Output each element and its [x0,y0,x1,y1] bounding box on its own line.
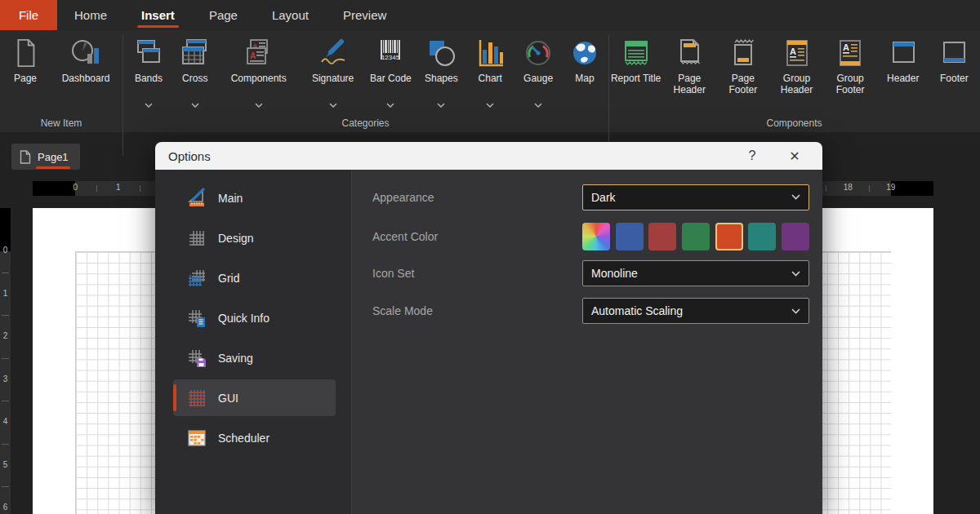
components-button[interactable]: AA Components [220,34,298,113]
swatch-red[interactable] [648,223,676,250]
appearance-select[interactable]: Dark [582,184,809,210]
ruler-number: 0 [64,183,87,192]
components-icon: AA [243,34,275,72]
barcode-icon: 12345 [374,34,407,72]
sidebar-item-main[interactable]: Main [173,179,336,216]
bar-code-button[interactable]: 12345 Bar Code [368,34,413,113]
sidebar-item-label: Quick Info [218,312,270,325]
options-dialog: Options ? ✕ Main Design [155,142,822,514]
dashboard-button[interactable]: Dashboard [51,34,121,113]
ribbon-group-label: Categories [122,117,608,129]
sidebar-item-grid[interactable]: Grid [173,259,336,296]
page-doc-icon [20,150,31,164]
group-footer-button[interactable]: A Group Footer [825,34,875,113]
swatch-blue[interactable] [616,223,644,250]
page-button[interactable]: Page [2,34,49,113]
signature-button-label: Signature [312,73,354,84]
icon-set-row: Icon Set Monoline [352,260,822,286]
appearance-row: Appearance Dark [352,184,822,210]
tab-preview[interactable]: Preview [326,0,403,30]
swatch-purple[interactable] [782,223,809,250]
tab-page[interactable]: Page [192,0,255,30]
chevron-down-icon[interactable] [437,96,445,111]
ruler-ticks [2,273,9,514]
chevron-down-icon[interactable] [386,96,394,111]
signature-icon [317,34,350,72]
page-footer-icon [727,34,760,72]
accent-color-swatches [582,223,809,250]
close-icon[interactable]: ✕ [773,142,816,170]
tab-file[interactable]: File [0,0,57,30]
chart-button[interactable]: Chart [469,34,511,113]
tab-insert[interactable]: Insert [124,0,192,30]
ribbon-separator [608,35,609,156]
swatch-rainbow[interactable] [582,223,610,250]
chevron-down-icon[interactable] [191,96,199,111]
grid-gray-icon [186,228,207,249]
scale-mode-select[interactable]: Automatic Scaling [582,298,809,324]
ruler-number: 19 [880,183,902,192]
report-title-button[interactable]: Report Title [611,34,662,113]
page-header-icon [673,34,706,72]
chevron-down-icon[interactable] [486,96,494,111]
swatch-orange-selected[interactable] [715,223,743,250]
dialog-title: Options [168,149,731,163]
page-footer-button[interactable]: Page Footer [718,34,768,113]
ribbon-group-components: Report Title Page Header Page Footer [608,30,980,132]
group-footer-icon: A [834,34,866,72]
bar-code-button-label: Bar Code [370,73,412,84]
header-button-label: Header [887,73,919,84]
chevron-down-icon[interactable] [329,96,337,111]
signature-button[interactable]: Signature [302,34,364,113]
gauge-icon [522,34,555,72]
sidebar-item-design[interactable]: Design [173,219,336,256]
group-footer-button-label: Group Footer [825,73,875,95]
footer-button[interactable]: Footer [930,34,978,113]
chevron-down-icon[interactable] [534,96,542,111]
bands-button[interactable]: Bands [127,34,171,113]
ruler-number: 0 [0,246,11,255]
scale-mode-label: Scale Mode [372,304,433,317]
swatch-teal[interactable] [748,223,776,250]
grid-blue-icon [186,268,207,289]
page-header-button-label: Page Header [663,73,715,95]
appearance-value: Dark [591,191,791,204]
swatch-green[interactable] [682,223,710,250]
svg-text:12345: 12345 [381,54,400,61]
dialog-titlebar: Options ? ✕ [155,142,822,170]
shapes-button[interactable]: Shapes [417,34,465,113]
help-button[interactable]: ? [731,142,773,170]
cross-icon [179,34,212,72]
dialog-content: Appearance Dark Accent Color [351,170,822,514]
cross-button[interactable]: Cross [175,34,216,113]
map-button[interactable]: Map [565,34,604,113]
ruler-number: 1 [0,289,11,298]
sidebar-item-label: Design [218,232,254,245]
chevron-down-icon [791,194,800,200]
sidebar-item-scheduler[interactable]: Scheduler [173,419,336,456]
chevron-down-icon[interactable] [255,96,263,111]
ribbon-group-new-item: Page Dashboard New Item [0,30,122,132]
tab-home[interactable]: Home [57,0,124,30]
dashboard-button-label: Dashboard [62,73,110,84]
dialog-sidebar: Main Design Grid [155,170,351,514]
chevron-down-icon[interactable] [145,96,153,111]
group-header-button[interactable]: A Group Header [771,34,823,113]
ribbon-separator [122,35,123,156]
tab-layout[interactable]: Layout [255,0,326,30]
gauge-button[interactable]: Gauge [515,34,561,113]
ribbon-group-categories: Bands Cross AA Components [122,30,608,132]
page-tab[interactable]: Page1 [11,144,80,170]
ruler-number: 6 [0,503,11,512]
group-header-button-label: Group Header [771,73,823,95]
sidebar-item-saving[interactable]: Saving [173,339,336,376]
page-header-button[interactable]: Page Header [663,34,715,113]
icon-set-select[interactable]: Monoline [582,260,809,286]
sidebar-item-gui[interactable]: GUI [173,379,336,416]
ruler-number: 2 [0,331,11,340]
chart-button-label: Chart [479,73,502,84]
sidebar-item-quick-info[interactable]: Quick Info [173,299,336,336]
ribbon: Page Dashboard New Item Bands [0,30,980,132]
ruler-number: 3 [0,374,11,383]
header-button[interactable]: Header [878,34,929,113]
